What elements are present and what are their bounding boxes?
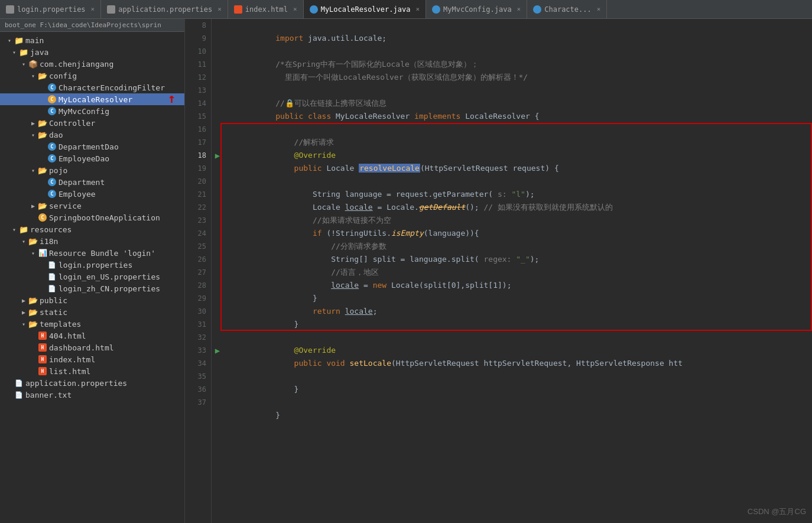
props-icon: 📄 xyxy=(14,378,24,388)
tab-my-mvc[interactable]: MyMvcConfig.java × xyxy=(426,0,527,18)
code-line-23: if (!StringUtils.isEmpty(language)){ xyxy=(229,214,812,227)
tree-item-static[interactable]: ▶ 📂 static xyxy=(0,306,184,318)
line-num-19: 19 xyxy=(185,162,206,175)
tree-label-public: public xyxy=(40,296,184,305)
tree-item-pojo[interactable]: ▾ 📂 pojo xyxy=(0,164,184,176)
line-num-13: 13 xyxy=(185,84,206,97)
tree-item-i18n[interactable]: ▾ 📂 i18n xyxy=(0,235,184,247)
tree-label-app-props: application.properties xyxy=(25,379,184,388)
close-icon[interactable]: × xyxy=(517,5,521,13)
tree-item-404[interactable]: H 404.html xyxy=(0,330,184,342)
tree-item-springboot-app[interactable]: C SpringbootOneApplication xyxy=(0,212,184,223)
tree-label-dao: dao xyxy=(49,131,184,139)
tree-item-banner[interactable]: 📄 banner.txt xyxy=(0,389,184,401)
tree-item-dao[interactable]: ▾ 📂 dao xyxy=(0,129,184,141)
code-editor[interactable]: 8 9 10 11 12 13 14 15 16 17 18 19 20 21 … xyxy=(185,19,812,523)
tab-label: MyMvcConfig.java xyxy=(443,5,512,14)
tree-item-dept[interactable]: C Department xyxy=(0,176,184,188)
tree-item-dashboard[interactable]: H dashboard.html xyxy=(0,342,184,353)
tab-app-props[interactable]: application.properties × xyxy=(101,0,228,18)
folder-icon: 📦 xyxy=(28,59,38,69)
expand-icon: ▶ xyxy=(28,120,38,126)
tree-item-bundle[interactable]: ▾ 📊 Resource Bundle 'login' xyxy=(0,247,184,259)
code-line-10: /*在Spring中有一个国际化的Locale（区域信息对象）； xyxy=(229,45,812,58)
java-class-icon: C xyxy=(47,154,57,163)
line-num-23: 23 xyxy=(185,214,206,227)
tree-item-char-filter[interactable]: C CharacterEncodingFilter xyxy=(0,82,184,93)
tab-my-locale[interactable]: MyLocaleResolver.java × xyxy=(304,0,426,18)
props-icon: 📄 xyxy=(47,260,57,269)
folder-icon: 📂 xyxy=(38,165,47,175)
tree-label-banner: banner.txt xyxy=(25,391,184,399)
code-line-22: //如果请求链接不为空 xyxy=(229,201,812,214)
tab-character[interactable]: Characte... × xyxy=(527,0,607,18)
expand-icon: ▾ xyxy=(19,61,28,67)
line-num-27: 27 xyxy=(185,266,206,279)
tab-login-props[interactable]: login.properties × xyxy=(0,0,101,18)
tree-item-emp-dao[interactable]: C EmployeeDao xyxy=(0,152,184,164)
folder-icon: 📂 xyxy=(28,319,38,329)
tree-label-pojo: pojo xyxy=(49,166,184,175)
expand-icon: ▶ xyxy=(19,309,28,316)
code-line-11: 里面有一个叫做LocaleResolver（获取区域信息对象）的解析器！*/ xyxy=(229,58,812,71)
close-icon[interactable]: × xyxy=(217,5,222,13)
java-class-icon: C xyxy=(47,177,57,187)
code-line-15 xyxy=(229,110,812,123)
props-icon: 📄 xyxy=(47,284,57,293)
line-numbers: 8 9 10 11 12 13 14 15 16 17 18 19 20 21 … xyxy=(185,19,212,523)
expand-icon: ▾ xyxy=(19,321,28,327)
tree-item-app-props[interactable]: 📄 application.properties xyxy=(0,377,184,389)
tree-item-templates[interactable]: ▾ 📂 templates xyxy=(0,318,184,330)
tree-item-service[interactable]: ▶ 📂 service xyxy=(0,200,184,212)
tree-item-public[interactable]: ▶ 📂 public xyxy=(0,294,184,306)
tree-label-config: config xyxy=(49,72,184,80)
tree-item-controller[interactable]: ▶ 📂 Controller xyxy=(0,117,184,129)
tree-item-login-en[interactable]: 📄 login_en_US.properties xyxy=(0,271,184,282)
tab-label: login.properties xyxy=(17,5,86,14)
tree-item-dept-dao[interactable]: C DepartmentDao xyxy=(0,141,184,152)
project-path: boot_one F:\idea_code\IdeaProjects\sprin xyxy=(0,19,184,32)
tree-item-locale-resolver[interactable]: C MyLocaleResolver ↑ xyxy=(0,93,184,105)
tab-label: Characte... xyxy=(544,5,591,14)
tree-item-java[interactable]: ▾ 📁 java xyxy=(0,46,184,58)
code-line-34 xyxy=(229,357,812,370)
code-line-25: String[] split = language.split( regex: … xyxy=(229,240,812,253)
code-lines: import java.util.Locale; /*在Spring中有一个国际… xyxy=(223,19,812,523)
code-line-8: import java.util.Locale; xyxy=(229,19,812,32)
tree-item-login-props[interactable]: 📄 login.properties xyxy=(0,259,184,271)
txt-icon: 📄 xyxy=(14,390,24,399)
red-arrow-icon: ↑ xyxy=(168,92,176,105)
close-icon[interactable]: × xyxy=(597,5,601,13)
run-icon[interactable]: ▶ xyxy=(212,149,223,162)
tree-item-mvc-config[interactable]: C MyMvcConfig xyxy=(0,105,184,117)
java-class-icon: C xyxy=(47,83,57,92)
tree-item-emp[interactable]: C Employee xyxy=(0,188,184,200)
tree-label-login-props: login.properties xyxy=(59,261,184,269)
close-icon[interactable]: × xyxy=(91,5,95,13)
tree-item-main[interactable]: ▾ 📁 main xyxy=(0,34,184,46)
java-class-icon: C xyxy=(47,106,57,116)
folder-icon: 📂 xyxy=(38,130,47,139)
tree-item-index-html[interactable]: H index.html xyxy=(0,353,184,365)
tree-item-config[interactable]: ▾ 📂 config xyxy=(0,70,184,82)
line-num-14: 14 xyxy=(185,97,206,110)
tab-index-html[interactable]: index.html × xyxy=(228,0,304,18)
tree-item-list-html[interactable]: H list.html xyxy=(0,365,184,377)
line-num-18: 18 xyxy=(185,149,206,162)
code-line-16: //解析请求 xyxy=(229,123,812,136)
code-line-35: } xyxy=(229,370,812,383)
folder-icon: 📂 xyxy=(38,71,47,80)
code-line-12 xyxy=(229,71,812,84)
run-icon-2[interactable]: ▶ xyxy=(212,344,223,357)
tree-label-login-zh: login_zh_CN.properties xyxy=(59,284,184,293)
close-icon[interactable]: × xyxy=(293,5,297,13)
tree-label-resources: resources xyxy=(30,225,184,234)
tree-item-resources[interactable]: ▾ 📁 resources xyxy=(0,223,184,235)
tree-item-login-zh[interactable]: 📄 login_zh_CN.properties xyxy=(0,282,184,294)
close-icon[interactable]: × xyxy=(415,5,420,13)
tree-item-com[interactable]: ▾ 📦 com.chenjiangang xyxy=(0,58,184,70)
expand-icon: ▶ xyxy=(28,203,38,209)
code-line-32: @Override xyxy=(229,331,812,344)
line-num-37: 37 xyxy=(185,396,206,409)
code-line-20: String language = request.getParameter( … xyxy=(229,175,812,188)
